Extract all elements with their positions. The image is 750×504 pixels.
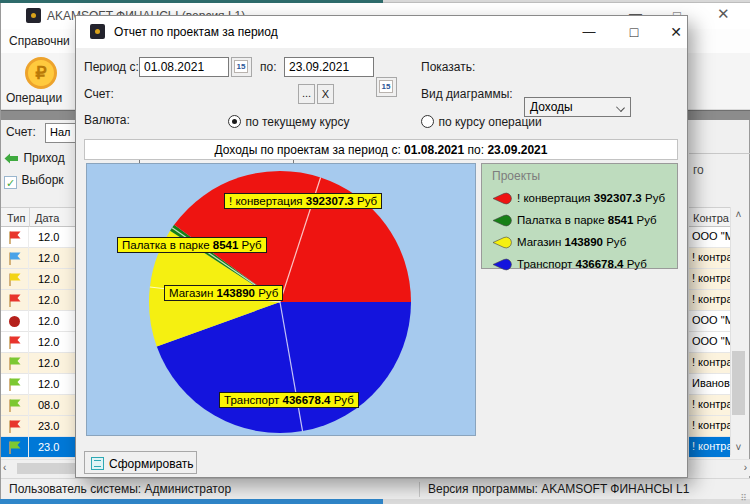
- account-label: Счет:: [6, 125, 36, 139]
- currency-label: Валюта:: [84, 113, 130, 127]
- date-to-input[interactable]: 23.09.2021: [284, 57, 374, 77]
- scroll-up-icon[interactable]: ˄: [731, 209, 746, 220]
- row-date: 08.0: [29, 399, 77, 411]
- pie-chart-panel: ! конвертация 392307.3 Руб Палатка в пар…: [86, 163, 476, 436]
- generate-button-label: Сформировать: [109, 457, 194, 471]
- date-from-calendar-button[interactable]: 15: [231, 57, 252, 77]
- table-row[interactable]: 23.0: [1, 437, 77, 458]
- row-contractor[interactable]: ! контра: [689, 395, 730, 416]
- account-clear-button[interactable]: X: [317, 84, 334, 104]
- table-row[interactable]: 12.0: [1, 290, 77, 311]
- income-button[interactable]: Приход: [4, 148, 77, 168]
- date-from-input[interactable]: 01.08.2021: [139, 57, 229, 77]
- table-row[interactable]: 12.0: [1, 248, 77, 269]
- row-contractor[interactable]: ! контра: [689, 290, 730, 311]
- row-contractor[interactable]: ! контра: [689, 437, 730, 458]
- column-date[interactable]: Дата: [35, 212, 59, 224]
- table-row[interactable]: 12.0: [1, 311, 77, 332]
- vertical-scrollbar[interactable]: ˄ ˅: [730, 207, 746, 455]
- row-contractor[interactable]: ! контра: [689, 269, 730, 290]
- pie-label-conversion[interactable]: ! конвертация 392307.3 Руб: [224, 193, 382, 209]
- row-date: 12.0: [29, 273, 77, 285]
- app-icon: [26, 8, 41, 23]
- dialog-titlebar[interactable]: Отчет по проектам за период — □ ✕: [76, 16, 687, 48]
- row-date: 12.0: [29, 336, 77, 348]
- legend-item: Транспорт 436678.4 Руб: [492, 253, 677, 275]
- row-date: 12.0: [29, 315, 77, 327]
- bottom-edge-strip: [0, 499, 383, 504]
- bottom-edge-strip-right: [383, 499, 750, 504]
- pie-label-transport[interactable]: Транспорт 436678.4 Руб: [219, 392, 359, 408]
- groupbox-edge: [689, 153, 750, 154]
- table-row[interactable]: 12.0: [1, 353, 77, 374]
- dialog-account-label: Счет:: [84, 87, 114, 101]
- generate-button[interactable]: Сформировать: [84, 451, 197, 474]
- column-contractor[interactable]: Контра: [693, 212, 729, 224]
- scroll-left-icon[interactable]: ‹: [3, 462, 6, 473]
- screen: AKAMSOFT ФИНАНСЫ (версия L1) — □ ✕ Справ…: [0, 0, 750, 504]
- dialog-close-button[interactable]: ✕: [659, 20, 693, 44]
- toolbar-operations-button[interactable]: Операции: [6, 91, 62, 105]
- row-date: 12.0: [29, 252, 77, 264]
- table-row[interactable]: 12.0: [1, 227, 77, 248]
- table-row[interactable]: 12.0: [1, 332, 77, 353]
- row-contractor[interactable]: ! контра: [689, 248, 730, 269]
- table-row[interactable]: 08.0: [1, 395, 77, 416]
- row-date: 23.0: [29, 420, 77, 432]
- column-divider: [29, 208, 30, 228]
- legend-marker-icon: [492, 258, 512, 271]
- status-user: Пользователь системы: Администратор: [9, 482, 231, 496]
- horizontal-scrollbar-right[interactable]: ›: [689, 459, 750, 476]
- dialog-minimize-button[interactable]: —: [572, 20, 606, 44]
- calendar-icon: 15: [379, 80, 393, 93]
- row-contractor[interactable]: Иванов: [689, 374, 730, 395]
- table-row[interactable]: 23.0: [1, 416, 77, 437]
- income-button-label: Приход: [23, 151, 64, 165]
- flag-icon: [7, 272, 22, 287]
- flag-icon: [7, 230, 22, 245]
- period-label: Период с:: [84, 60, 139, 74]
- flag-icon: [7, 293, 22, 308]
- scroll-right-icon[interactable]: ›: [744, 462, 747, 473]
- selection-checkbox[interactable]: ✓ Выборк: [4, 170, 77, 190]
- show-label: Показать:: [421, 60, 475, 74]
- row-date: 12.0: [29, 378, 77, 390]
- horizontal-scroll-thumb[interactable]: [17, 463, 77, 474]
- legend-item: Магазин 143890 Руб: [492, 231, 677, 253]
- report-dialog: Отчет по проектам за период — □ ✕ Период…: [75, 15, 688, 478]
- column-type[interactable]: Тип: [7, 212, 25, 224]
- radio-current-rate[interactable]: по текущему курсу: [228, 112, 349, 130]
- chart-title: Доходы по проектам за период с: 01.08.20…: [84, 139, 678, 160]
- radio-current-rate-label: по текущему курсу: [245, 115, 349, 129]
- account-browse-button[interactable]: ...: [298, 84, 315, 104]
- flag-icon: [7, 251, 22, 266]
- radio-operation-rate[interactable]: по курсу операции: [421, 112, 542, 130]
- table-row[interactable]: 12.0: [1, 269, 77, 290]
- date-to-calendar-button[interactable]: 15: [376, 77, 397, 97]
- scroll-down-icon[interactable]: ˅: [731, 442, 746, 453]
- calendar-icon: 15: [234, 60, 248, 73]
- account-combobox[interactable]: Нал: [45, 123, 77, 143]
- dialog-title: Отчет по проектам за период: [114, 25, 278, 39]
- row-contractor[interactable]: ООО "М: [689, 227, 730, 248]
- vertical-scroll-thumb[interactable]: [732, 351, 745, 415]
- row-contractor[interactable]: ООО "М: [689, 311, 730, 332]
- pie-label-shop[interactable]: Магазин 143890 Руб: [164, 285, 283, 301]
- dialog-maximize-button[interactable]: □: [617, 20, 651, 44]
- pie-label-tent[interactable]: Палатка в парке 8541 Руб: [117, 237, 267, 253]
- horizontal-scrollbar-left[interactable]: ‹: [1, 459, 77, 476]
- menu-item-references[interactable]: Справочни: [9, 34, 70, 48]
- table-header-right: Контра: [689, 207, 730, 227]
- row-contractor[interactable]: ! контра: [689, 416, 730, 437]
- flag-icon: [7, 377, 22, 392]
- row-contractor[interactable]: ООО "М: [689, 332, 730, 353]
- to-label: по:: [260, 60, 277, 74]
- row-contractor[interactable]: ! контра: [689, 353, 730, 374]
- status-divider: [419, 482, 420, 497]
- table-header-left: Тип Дата: [1, 207, 77, 227]
- table-row[interactable]: 12.0: [1, 374, 77, 395]
- main-close-button[interactable]: ✕: [717, 7, 730, 20]
- resize-grip[interactable]: ⠿: [740, 493, 748, 503]
- legend-panel: Проекты ! конвертация 392307.3 Руб Палат…: [481, 163, 678, 269]
- chevron-down-icon: [616, 103, 625, 112]
